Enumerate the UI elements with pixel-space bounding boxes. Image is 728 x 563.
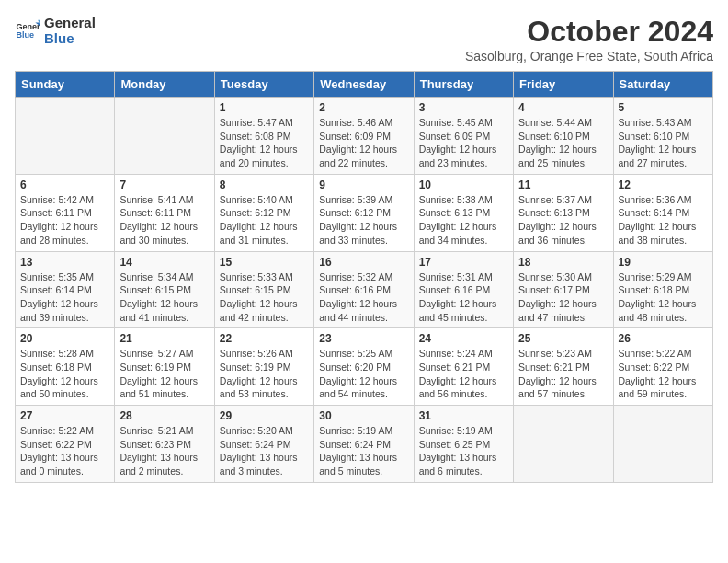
calendar-cell: 4Sunrise: 5:44 AM Sunset: 6:10 PM Daylig… (514, 98, 613, 175)
calendar-cell: 17Sunrise: 5:31 AM Sunset: 6:16 PM Dayli… (414, 251, 513, 328)
header-saturday: Saturday (613, 72, 712, 98)
day-info: Sunrise: 5:32 AM Sunset: 6:16 PM Dayligh… (319, 270, 408, 325)
day-info: Sunrise: 5:33 AM Sunset: 6:15 PM Dayligh… (220, 270, 309, 325)
day-number: 7 (119, 178, 209, 191)
calendar-cell: 1Sunrise: 5:47 AM Sunset: 6:08 PM Daylig… (214, 98, 313, 175)
day-info: Sunrise: 5:39 AM Sunset: 6:12 PM Dayligh… (319, 193, 408, 247)
day-info: Sunrise: 5:22 AM Sunset: 6:22 PM Dayligh… (619, 347, 708, 401)
day-number: 12 (619, 178, 708, 191)
calendar-cell: 22Sunrise: 5:26 AM Sunset: 6:19 PM Dayli… (214, 328, 313, 406)
calendar-cell (16, 98, 115, 175)
day-number: 17 (419, 256, 508, 269)
day-number: 11 (518, 178, 608, 191)
day-info: Sunrise: 5:24 AM Sunset: 6:21 PM Dayligh… (419, 347, 508, 401)
day-number: 9 (319, 178, 408, 191)
day-number: 20 (20, 332, 109, 345)
day-info: Sunrise: 5:44 AM Sunset: 6:10 PM Dayligh… (518, 116, 608, 170)
header-row: SundayMondayTuesdayWednesdayThursdayFrid… (16, 72, 713, 98)
day-number: 25 (518, 332, 608, 345)
calendar-cell: 8Sunrise: 5:40 AM Sunset: 6:12 PM Daylig… (214, 174, 313, 251)
calendar-cell: 2Sunrise: 5:46 AM Sunset: 6:09 PM Daylig… (314, 98, 414, 175)
day-number: 22 (220, 332, 309, 345)
calendar-cell (514, 406, 613, 483)
header-tuesday: Tuesday (214, 72, 313, 98)
calendar-cell: 11Sunrise: 5:37 AM Sunset: 6:13 PM Dayli… (514, 174, 613, 251)
day-number: 30 (319, 409, 408, 422)
day-info: Sunrise: 5:38 AM Sunset: 6:13 PM Dayligh… (419, 193, 508, 247)
calendar-cell: 31Sunrise: 5:19 AM Sunset: 6:25 PM Dayli… (414, 406, 513, 483)
calendar-cell: 6Sunrise: 5:42 AM Sunset: 6:11 PM Daylig… (16, 174, 115, 251)
page-header: General Blue General Blue October 2024 S… (15, 15, 713, 63)
day-number: 16 (319, 256, 408, 269)
day-number: 31 (419, 409, 508, 422)
calendar-cell: 29Sunrise: 5:20 AM Sunset: 6:24 PM Dayli… (214, 406, 313, 483)
day-info: Sunrise: 5:47 AM Sunset: 6:08 PM Dayligh… (220, 116, 309, 170)
calendar-cell: 10Sunrise: 5:38 AM Sunset: 6:13 PM Dayli… (414, 174, 513, 251)
day-info: Sunrise: 5:37 AM Sunset: 6:13 PM Dayligh… (518, 193, 608, 247)
day-info: Sunrise: 5:27 AM Sunset: 6:19 PM Dayligh… (119, 347, 209, 401)
day-number: 8 (220, 178, 309, 191)
day-number: 26 (619, 332, 708, 345)
calendar-week-4: 20Sunrise: 5:28 AM Sunset: 6:18 PM Dayli… (16, 328, 713, 406)
day-info: Sunrise: 5:20 AM Sunset: 6:24 PM Dayligh… (220, 424, 309, 478)
calendar-week-3: 13Sunrise: 5:35 AM Sunset: 6:14 PM Dayli… (16, 251, 713, 328)
day-number: 24 (419, 332, 508, 345)
calendar-cell: 23Sunrise: 5:25 AM Sunset: 6:20 PM Dayli… (314, 328, 414, 406)
calendar-cell: 26Sunrise: 5:22 AM Sunset: 6:22 PM Dayli… (613, 328, 712, 406)
header-thursday: Thursday (414, 72, 513, 98)
title-section: October 2024 Sasolburg, Orange Free Stat… (465, 15, 713, 63)
day-info: Sunrise: 5:40 AM Sunset: 6:12 PM Dayligh… (220, 193, 309, 247)
day-number: 27 (20, 409, 109, 422)
day-number: 5 (619, 101, 708, 114)
day-info: Sunrise: 5:28 AM Sunset: 6:18 PM Dayligh… (20, 347, 109, 401)
header-monday: Monday (115, 72, 214, 98)
day-info: Sunrise: 5:31 AM Sunset: 6:16 PM Dayligh… (419, 270, 508, 325)
calendar-table: SundayMondayTuesdayWednesdayThursdayFrid… (15, 71, 713, 483)
day-info: Sunrise: 5:29 AM Sunset: 6:18 PM Dayligh… (619, 270, 708, 325)
day-number: 14 (119, 256, 209, 269)
calendar-cell: 19Sunrise: 5:29 AM Sunset: 6:18 PM Dayli… (613, 251, 712, 328)
calendar-cell: 15Sunrise: 5:33 AM Sunset: 6:15 PM Dayli… (214, 251, 313, 328)
day-info: Sunrise: 5:34 AM Sunset: 6:15 PM Dayligh… (119, 270, 209, 325)
calendar-body: 1Sunrise: 5:47 AM Sunset: 6:08 PM Daylig… (16, 98, 713, 483)
day-number: 1 (220, 101, 309, 114)
calendar-week-2: 6Sunrise: 5:42 AM Sunset: 6:11 PM Daylig… (16, 174, 713, 251)
day-number: 29 (220, 409, 309, 422)
calendar-cell: 18Sunrise: 5:30 AM Sunset: 6:17 PM Dayli… (514, 251, 613, 328)
day-number: 18 (518, 256, 608, 269)
day-info: Sunrise: 5:30 AM Sunset: 6:17 PM Dayligh… (518, 270, 608, 325)
day-info: Sunrise: 5:35 AM Sunset: 6:14 PM Dayligh… (20, 270, 109, 325)
day-number: 15 (220, 256, 309, 269)
day-info: Sunrise: 5:19 AM Sunset: 6:25 PM Dayligh… (419, 424, 508, 478)
day-info: Sunrise: 5:21 AM Sunset: 6:23 PM Dayligh… (119, 424, 209, 478)
calendar-cell: 24Sunrise: 5:24 AM Sunset: 6:21 PM Dayli… (414, 328, 513, 406)
logo-text-blue: Blue (44, 30, 96, 46)
calendar-cell: 25Sunrise: 5:23 AM Sunset: 6:21 PM Dayli… (514, 328, 613, 406)
calendar-cell: 12Sunrise: 5:36 AM Sunset: 6:14 PM Dayli… (613, 174, 712, 251)
calendar-cell: 27Sunrise: 5:22 AM Sunset: 6:22 PM Dayli… (16, 406, 115, 483)
day-number: 2 (319, 101, 408, 114)
day-number: 10 (419, 178, 508, 191)
day-info: Sunrise: 5:19 AM Sunset: 6:24 PM Dayligh… (319, 424, 408, 478)
calendar-header: SundayMondayTuesdayWednesdayThursdayFrid… (16, 72, 713, 98)
logo-icon: General Blue (15, 17, 40, 43)
day-number: 21 (119, 332, 209, 345)
svg-text:Blue: Blue (16, 30, 34, 40)
day-info: Sunrise: 5:41 AM Sunset: 6:11 PM Dayligh… (119, 193, 209, 247)
calendar-cell: 7Sunrise: 5:41 AM Sunset: 6:11 PM Daylig… (115, 174, 214, 251)
header-friday: Friday (514, 72, 613, 98)
day-info: Sunrise: 5:25 AM Sunset: 6:20 PM Dayligh… (319, 347, 408, 401)
calendar-week-5: 27Sunrise: 5:22 AM Sunset: 6:22 PM Dayli… (16, 406, 713, 483)
calendar-cell: 20Sunrise: 5:28 AM Sunset: 6:18 PM Dayli… (16, 328, 115, 406)
day-number: 6 (20, 178, 109, 191)
location-subtitle: Sasolburg, Orange Free State, South Afri… (465, 49, 713, 63)
day-number: 4 (518, 101, 608, 114)
day-info: Sunrise: 5:42 AM Sunset: 6:11 PM Dayligh… (20, 193, 109, 247)
header-sunday: Sunday (16, 72, 115, 98)
calendar-cell: 9Sunrise: 5:39 AM Sunset: 6:12 PM Daylig… (314, 174, 414, 251)
logo-text-general: General (44, 15, 96, 30)
day-info: Sunrise: 5:46 AM Sunset: 6:09 PM Dayligh… (319, 116, 408, 170)
calendar-cell (613, 406, 712, 483)
day-info: Sunrise: 5:36 AM Sunset: 6:14 PM Dayligh… (619, 193, 708, 247)
day-number: 19 (619, 256, 708, 269)
